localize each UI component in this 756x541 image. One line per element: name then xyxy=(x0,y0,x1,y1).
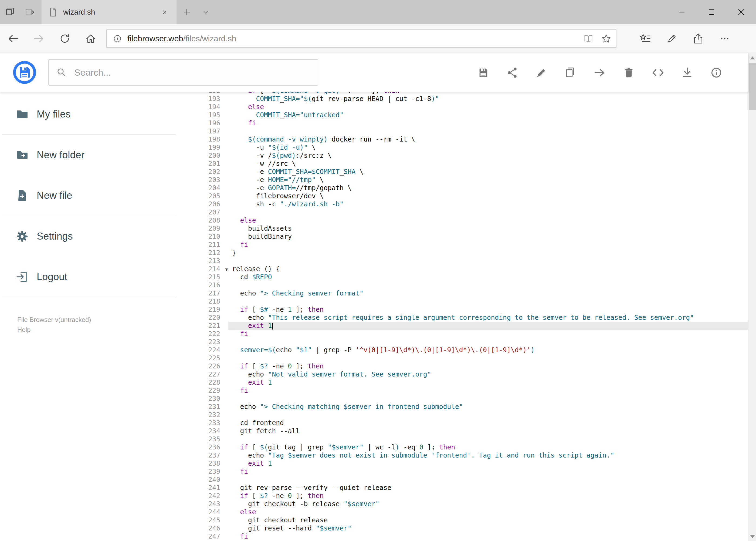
code-line[interactable]: 209 buildAssets xyxy=(178,225,748,233)
rename-button[interactable] xyxy=(535,66,548,79)
refresh-button[interactable] xyxy=(52,24,78,53)
code-line[interactable]: 201 -w //src \ xyxy=(178,160,748,168)
hub-favorites-button[interactable] xyxy=(632,33,658,45)
code-line[interactable]: 222 fi xyxy=(178,330,748,338)
code-line[interactable]: 215 cd $REPO xyxy=(178,273,748,281)
code-line[interactable]: 194 else xyxy=(178,103,748,111)
code-line[interactable]: 193 COMMIT_SHA="$(git rev-parse HEAD | c… xyxy=(178,95,748,103)
code-line[interactable]: 227 echo "Not valid semver format. See s… xyxy=(178,370,748,378)
delete-button[interactable] xyxy=(623,66,635,79)
share-button[interactable] xyxy=(685,33,711,45)
code-line[interactable]: 236 if [ $(git tag | grep "$semver" | wc… xyxy=(178,443,748,451)
more-button[interactable] xyxy=(711,33,738,45)
code-line[interactable]: 226 if [ $? -ne 0 ]; then xyxy=(178,362,748,370)
code-line[interactable]: 228 exit 1 xyxy=(178,378,748,386)
code-line[interactable]: 239 fi xyxy=(178,467,748,476)
code-line[interactable]: 200 -v /$(pwd):/src:z \ xyxy=(178,152,748,160)
code-line[interactable]: 234 git fetch --all xyxy=(178,427,748,435)
set-tabs-aside-button[interactable] xyxy=(0,0,20,24)
code-line[interactable]: 207 xyxy=(178,208,748,216)
download-button[interactable] xyxy=(681,66,693,79)
help-link[interactable]: Help xyxy=(17,325,178,335)
sidebar-item-new-folder[interactable]: New folder xyxy=(0,135,178,175)
scroll-down-button[interactable] xyxy=(748,532,756,541)
code-line[interactable]: 233 cd frontend xyxy=(178,419,748,427)
code-line[interactable]: 214▾release () { xyxy=(178,265,748,273)
code-line[interactable]: 235 xyxy=(178,435,748,443)
code-line[interactable]: 219 if [ $# -ne 1 ]; then xyxy=(178,305,748,313)
page-info-icon[interactable] xyxy=(112,34,123,44)
code-line[interactable]: 202 -e COMMIT_SHA=$COMMIT_SHA \ xyxy=(178,168,748,176)
back-button[interactable] xyxy=(0,24,26,53)
code-line[interactable]: 205 filebrowser/dev \ xyxy=(178,192,748,200)
code-line[interactable]: 246 git reset --hard "$semver" xyxy=(178,524,748,532)
reading-view-icon[interactable] xyxy=(583,33,594,44)
close-button[interactable] xyxy=(726,0,756,24)
code-line[interactable]: 203 -e HOME="//tmp" \ xyxy=(178,176,748,184)
code-line[interactable]: 197 xyxy=(178,127,748,135)
code-line[interactable]: 218 xyxy=(178,297,748,305)
code-line[interactable]: 232 xyxy=(178,411,748,419)
code-line[interactable]: 210 buildBinary xyxy=(178,233,748,241)
code-line[interactable]: 243 git checkout -b release "$semver" xyxy=(178,500,748,508)
share-file-button[interactable] xyxy=(506,66,519,79)
code-line[interactable]: 224 semver=$(echo "$1" | grep -P '^v(0|[… xyxy=(178,346,748,354)
home-button[interactable] xyxy=(78,24,104,53)
tab-preview-chevron[interactable] xyxy=(197,0,215,24)
tab-close-button[interactable] xyxy=(159,6,170,18)
code-line[interactable]: 247 fi xyxy=(178,532,748,540)
sidebar-item-settings[interactable]: Settings xyxy=(0,216,178,257)
code-line[interactable]: 196 fi xyxy=(178,119,748,127)
scroll-up-button[interactable] xyxy=(748,53,756,62)
code-line[interactable]: 199 -u "$(id -u)" \ xyxy=(178,144,748,152)
address-bar[interactable]: filebrowser.web/files/wizard.sh xyxy=(106,29,617,48)
code-line[interactable]: 192 if [ "$(command -v git)" != "" ]; th… xyxy=(178,92,748,95)
code-line[interactable]: 220 echo "This release script requires a… xyxy=(178,313,748,322)
fold-marker-icon[interactable]: ▾ xyxy=(225,265,228,273)
page-scrollbar[interactable] xyxy=(748,53,756,541)
minimize-button[interactable] xyxy=(667,0,697,24)
code-line[interactable]: 240 xyxy=(178,476,748,484)
sidebar-item-my-files[interactable]: My files xyxy=(0,94,178,135)
raw-editor-button[interactable] xyxy=(652,66,664,79)
code-line[interactable]: 221 exit 1 xyxy=(178,322,748,330)
code-line[interactable]: 208 else xyxy=(178,216,748,225)
maximize-button[interactable] xyxy=(697,0,726,24)
code-line[interactable]: 204 -e GOPATH=//tmp/gopath \ xyxy=(178,184,748,192)
copy-button[interactable] xyxy=(564,66,577,79)
code-line[interactable]: 223 xyxy=(178,338,748,346)
code-line[interactable]: 230 xyxy=(178,395,748,403)
code-line[interactable]: 245 git checkout release xyxy=(178,516,748,524)
code-line[interactable]: 229 fi xyxy=(178,386,748,395)
search-input[interactable]: Search... xyxy=(48,59,318,86)
info-button[interactable] xyxy=(710,66,722,79)
scrollbar-thumb[interactable] xyxy=(749,63,756,110)
code-line[interactable]: 225 xyxy=(178,354,748,362)
move-button[interactable] xyxy=(594,66,606,79)
code-line[interactable]: 231 echo "> Checking matching $semver in… xyxy=(178,403,748,411)
code-line[interactable]: 212} xyxy=(178,249,748,257)
url-text[interactable]: filebrowser.web/files/wizard.sh xyxy=(127,34,236,43)
code-line[interactable]: 206 sh -c "./wizard.sh -b" xyxy=(178,200,748,208)
browser-tab[interactable]: wizard.sh xyxy=(42,0,176,24)
new-tab-button[interactable] xyxy=(176,0,197,24)
favorite-star-icon[interactable] xyxy=(601,33,612,44)
save-button[interactable] xyxy=(477,66,489,79)
web-note-button[interactable] xyxy=(658,33,685,45)
code-line[interactable]: 237 echo "Tag $semver does not exist in … xyxy=(178,451,748,459)
code-line[interactable]: 238 exit 1 xyxy=(178,459,748,467)
code-line[interactable]: 211 fi xyxy=(178,241,748,249)
code-line[interactable]: 213 xyxy=(178,257,748,265)
code-line[interactable]: 241 git rev-parse --verify --quiet relea… xyxy=(178,484,748,492)
code-line[interactable]: 198 $(command -v winpty) docker run --rm… xyxy=(178,135,748,144)
code-line[interactable]: 244 else xyxy=(178,508,748,516)
sidebar-item-new-file[interactable]: New file xyxy=(0,175,178,216)
sidebar-item-logout[interactable]: Logout xyxy=(0,257,178,297)
code-line[interactable]: 195 COMMIT_SHA="untracked" xyxy=(178,111,748,119)
filebrowser-logo[interactable] xyxy=(12,60,37,85)
code-line[interactable]: 216 xyxy=(178,281,748,289)
show-set-aside-tabs-button[interactable] xyxy=(20,0,40,24)
code-line[interactable]: 242 if [ $? -ne 0 ]; then xyxy=(178,492,748,500)
code-line[interactable]: 217 echo "> Checking semver format" xyxy=(178,289,748,297)
forward-button[interactable] xyxy=(26,24,52,53)
